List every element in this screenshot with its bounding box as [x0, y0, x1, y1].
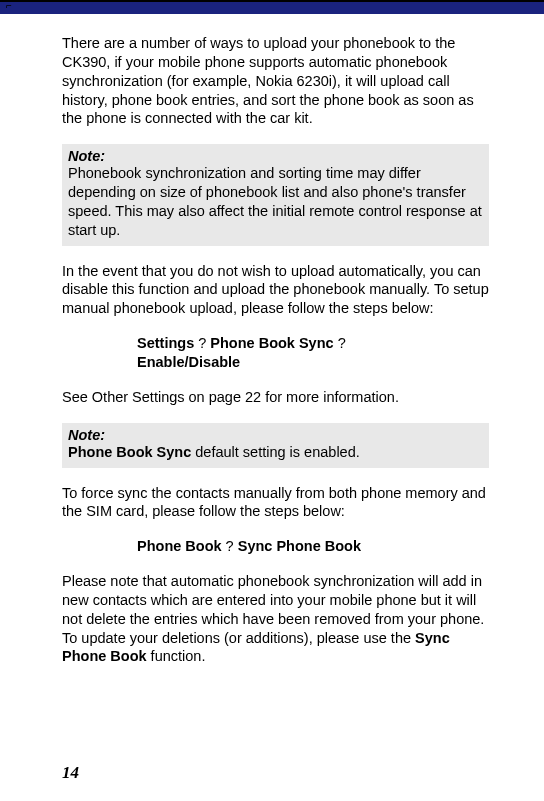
step-separator: ?	[222, 538, 238, 554]
step-phonebook-sync: Phone Book Sync	[210, 335, 333, 351]
see-other-paragraph: See Other Settings on page 22 for more i…	[62, 388, 489, 407]
note-text-2: Phone Book Sync default setting is enabl…	[68, 443, 483, 462]
closing-paragraph: Please note that automatic phonebook syn…	[62, 572, 489, 666]
page-number: 14	[62, 763, 79, 783]
step-settings: Settings	[137, 335, 194, 351]
step-phone-book: Phone Book	[137, 538, 222, 554]
note-bold-text: Phone Book Sync	[68, 444, 191, 460]
header-bar	[0, 0, 544, 14]
settings-steps: Settings ? Phone Book Sync ? Enable/Disa…	[137, 334, 489, 372]
note-label-1: Note:	[68, 148, 483, 164]
note-rest-text: default setting is enabled.	[191, 444, 359, 460]
step-enable-disable: Enable/Disable	[137, 354, 240, 370]
page-content: There are a number of ways to upload you…	[0, 14, 544, 666]
step-sync-phone-book: Sync Phone Book	[238, 538, 361, 554]
note-box-2: Note: Phone Book Sync default setting is…	[62, 423, 489, 468]
force-sync-paragraph: To force sync the contacts manually from…	[62, 484, 489, 522]
closing-suffix: function.	[147, 648, 206, 664]
crop-mark: ⌐	[6, 0, 12, 11]
note-box-1: Note: Phonebook synchronization and sort…	[62, 144, 489, 245]
note-label-2: Note:	[68, 427, 483, 443]
step-separator: ?	[194, 335, 210, 351]
sync-steps: Phone Book ? Sync Phone Book	[137, 537, 489, 556]
intro-paragraph: There are a number of ways to upload you…	[62, 34, 489, 128]
step-separator: ?	[334, 335, 346, 351]
disable-auto-paragraph: In the event that you do not wish to upl…	[62, 262, 489, 319]
note-text-1: Phonebook synchronization and sorting ti…	[68, 164, 483, 239]
